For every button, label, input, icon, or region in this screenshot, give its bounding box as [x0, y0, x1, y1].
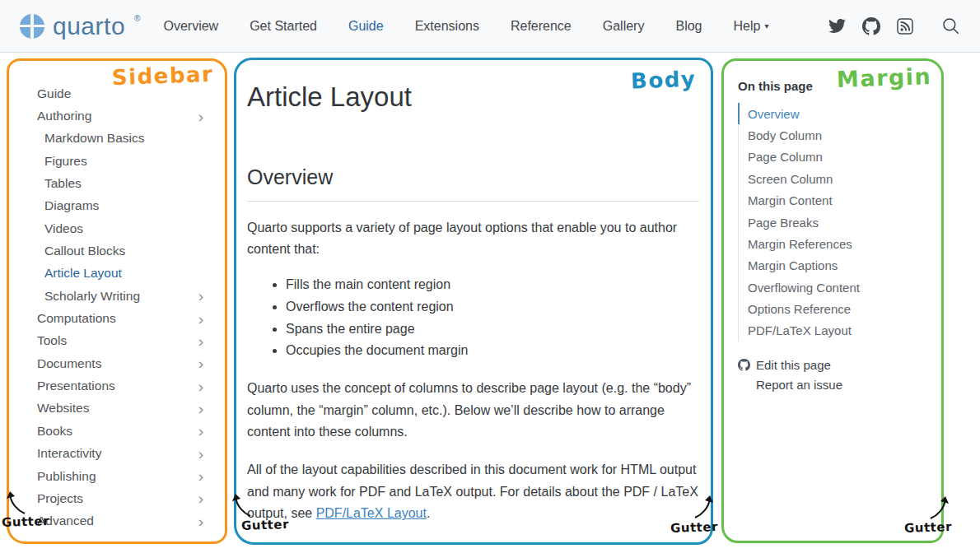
chevron-right-icon: › [198, 379, 203, 394]
toc-item[interactable]: Page Column [738, 146, 931, 168]
pdf-latex-layout-link[interactable]: PDF/LaTeX Layout [316, 506, 427, 520]
sidebar-item-label: Article Layout [44, 266, 122, 281]
nav-link[interactable]: Guide▾ [348, 19, 384, 34]
list-item: Overflows the content region [286, 296, 699, 318]
nav-link-label: Gallery [603, 19, 645, 33]
nav-link[interactable]: Extensions▾ [415, 19, 479, 34]
sidebar-item-label: Interactivity [37, 446, 101, 461]
quarto-logo-icon [20, 14, 44, 39]
sidebar-item[interactable]: Advanced› [37, 510, 207, 532]
sidebar-item[interactable]: Callout Blocks› [37, 239, 207, 262]
sidebar-item[interactable]: Websites› [37, 397, 207, 420]
sidebar-item[interactable]: Interactivity› [37, 443, 207, 465]
sidebar-item[interactable]: Projects› [37, 487, 207, 509]
sidebar-item[interactable]: Documents› [37, 352, 207, 374]
chevron-right-icon: › [198, 423, 203, 439]
sidebar-item[interactable]: Books› [37, 420, 207, 442]
toc-item[interactable]: Page Breaks [738, 211, 931, 233]
toc-item[interactable]: Margin Content [738, 190, 931, 211]
list-item: Fills the main content region [286, 274, 699, 296]
sidebar-item-label: Scholarly Writing [44, 289, 140, 304]
chevron-right-icon: › [198, 514, 203, 529]
page-title: Article Layout [247, 81, 699, 113]
toc-extra: Edit this page Report an issue [738, 356, 931, 392]
nav-link[interactable]: Overview▾ [163, 19, 218, 34]
sidebar-item[interactable]: Scholarly Writing› [37, 285, 207, 307]
toc-item[interactable]: Options Reference [738, 298, 931, 319]
nav-link[interactable]: Reference▾ [511, 19, 572, 34]
sidebar-item-label: Documents [37, 356, 101, 371]
nav-link-label: Get Started [250, 19, 317, 33]
gutter-arrow-icon [7, 491, 28, 514]
github-icon [738, 359, 750, 371]
chevron-right-icon: › [198, 311, 203, 327]
sidebar-item[interactable]: Diagrams› [37, 195, 207, 217]
nav-link[interactable]: Gallery▾ [603, 19, 645, 34]
sidebar-item-label: Diagrams [44, 198, 99, 213]
toc-item[interactable]: Overflowing Content [738, 276, 931, 298]
nav-link-label: Blog [675, 19, 702, 33]
article: Article Layout Overview Quarto supports … [247, 81, 699, 525]
sidebar-item[interactable]: Figures› [37, 150, 207, 172]
gutter-arrow-icon [927, 496, 949, 519]
quarto-logo[interactable]: quarto ® [20, 12, 140, 41]
nav-link[interactable]: Get Started▾ [250, 19, 317, 34]
chevron-right-icon: › [198, 288, 203, 304]
sidebar-item-label: Projects [37, 491, 83, 506]
paragraph: Quarto uses the concept of columns to de… [247, 378, 699, 444]
list-item: Spans the entire page [286, 318, 699, 341]
github-icon[interactable] [862, 17, 880, 35]
navbar-links: Overview▾ Get Started▾ Guide▾ Extensions… [163, 19, 768, 34]
sidebar-item[interactable]: Computations› [37, 307, 207, 329]
body-region: Body Article Layout Overview Quarto supp… [234, 58, 713, 545]
sidebar-item-label: Presentations [37, 379, 115, 393]
sidebar-item[interactable]: Markdown Basics› [37, 128, 207, 150]
nav-link-label: Extensions [415, 19, 479, 33]
sidebar-item[interactable]: Tools› [37, 330, 207, 352]
toc-item[interactable]: Screen Column [738, 168, 931, 189]
brand-name: quarto [53, 12, 125, 41]
gutter-annotation: Gutter [904, 519, 952, 536]
rss-icon[interactable] [897, 18, 913, 35]
paragraph: Quarto supports a variety of page layout… [247, 217, 699, 261]
chevron-right-icon: › [198, 109, 203, 124]
sidebar-item[interactable]: Videos› [37, 217, 207, 239]
list-item: Occupies the document margin [286, 340, 699, 362]
paragraph-text: All of the layout capabilities described… [247, 462, 698, 520]
chevron-right-icon: › [198, 333, 203, 349]
report-an-issue-link[interactable]: Report an issue [738, 374, 931, 392]
sidebar-item[interactable]: Publishing› [37, 465, 207, 487]
sidebar-region: Sidebar Guide› Authoring› Markdown Basic… [7, 58, 227, 544]
toc-title: On this page [738, 79, 931, 93]
toc-item[interactable]: PDF/LaTeX Layout [738, 320, 931, 342]
sidebar-item[interactable]: Guide› [37, 82, 207, 105]
sidebar-item-label: Books [37, 424, 72, 439]
toc-item[interactable]: Overview [738, 103, 931, 124]
top-navbar: quarto ® Overview▾ Get Started▾ Guide▾ E… [0, 0, 980, 53]
twitter-icon[interactable] [828, 17, 846, 35]
nav-link[interactable]: Blog▾ [675, 19, 702, 34]
toc-item[interactable]: Body Column [738, 124, 931, 146]
margin-region: Margin On this page Overview Body Column… [721, 58, 944, 543]
sidebar-item-label: Publishing [37, 469, 96, 484]
toc-item[interactable]: Margin Captions [738, 255, 931, 276]
sidebar-item-label: Callout Blocks [44, 244, 125, 258]
edit-this-page-label: Edit this page [756, 358, 831, 372]
gutter-annotation: Gutter [241, 517, 289, 533]
sidebar-item-label: Websites [37, 401, 89, 416]
sidebar-item-label: Computations [37, 311, 116, 326]
sidebar-item[interactable]: Authoring› [37, 105, 207, 127]
toc-item[interactable]: Margin References [738, 233, 931, 254]
search-icon[interactable] [941, 16, 960, 35]
sidebar-item-label: Figures [44, 154, 87, 169]
nav-link-label: Guide [348, 19, 384, 33]
sidebar-item[interactable]: Article Layout› [37, 263, 207, 285]
nav-link[interactable]: Help▾ [733, 19, 768, 34]
nav-link-label: Help [733, 19, 760, 33]
sidebar-item[interactable]: Tables› [37, 172, 207, 194]
nav-link-label: Reference [511, 19, 572, 33]
sidebar-item[interactable]: Presentations› [37, 374, 207, 397]
paragraph: All of the layout capabilities described… [247, 459, 699, 525]
edit-this-page-link[interactable]: Edit this page [738, 356, 931, 374]
chevron-right-icon: › [198, 490, 203, 506]
